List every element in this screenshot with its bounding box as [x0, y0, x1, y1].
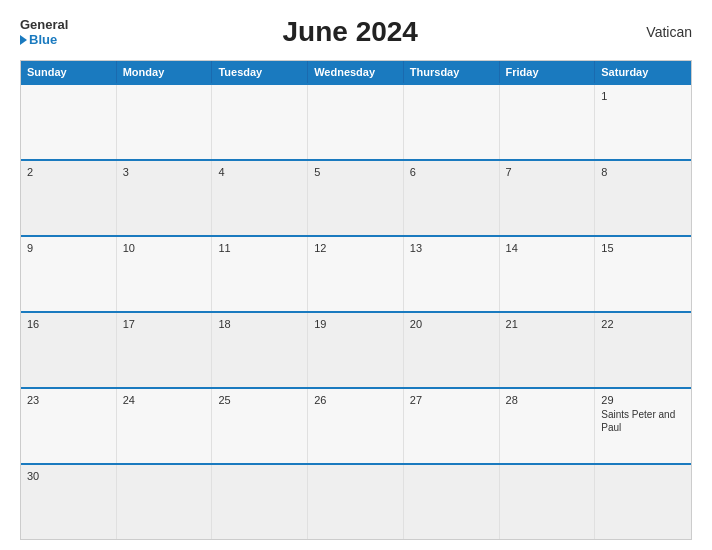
day-number: 18: [218, 318, 301, 330]
day-of-week-header: Monday: [117, 61, 213, 83]
calendar-day-cell: 24: [117, 389, 213, 463]
calendar-day-cell: 25: [212, 389, 308, 463]
day-number: 24: [123, 394, 206, 406]
calendar-day-cell: [404, 85, 500, 159]
calendar-week-row: 2345678: [21, 159, 691, 235]
day-number: 12: [314, 242, 397, 254]
calendar-day-cell: 11: [212, 237, 308, 311]
day-of-week-header: Tuesday: [212, 61, 308, 83]
country-name: Vatican: [632, 24, 692, 40]
calendar-day-cell: 1: [595, 85, 691, 159]
calendar-day-cell: 17: [117, 313, 213, 387]
calendar-week-row: 9101112131415: [21, 235, 691, 311]
calendar-day-cell: 16: [21, 313, 117, 387]
day-number: 5: [314, 166, 397, 178]
day-number: 7: [506, 166, 589, 178]
day-number: 3: [123, 166, 206, 178]
calendar-day-cell: 28: [500, 389, 596, 463]
calendar-day-cell: [21, 85, 117, 159]
calendar-body: 1234567891011121314151617181920212223242…: [21, 83, 691, 539]
calendar-day-cell: 22: [595, 313, 691, 387]
calendar-day-cell: 8: [595, 161, 691, 235]
logo: General Blue: [20, 17, 68, 47]
day-number: 25: [218, 394, 301, 406]
event-label: Saints Peter and Paul: [601, 409, 675, 433]
day-number: 9: [27, 242, 110, 254]
logo-triangle-icon: [20, 35, 27, 45]
calendar-day-cell: 29Saints Peter and Paul: [595, 389, 691, 463]
calendar-day-cell: 13: [404, 237, 500, 311]
calendar-day-cell: 14: [500, 237, 596, 311]
calendar-day-cell: 7: [500, 161, 596, 235]
calendar-day-cell: 26: [308, 389, 404, 463]
calendar-day-cell: [404, 465, 500, 539]
day-of-week-header: Sunday: [21, 61, 117, 83]
day-number: 22: [601, 318, 685, 330]
calendar-day-cell: 21: [500, 313, 596, 387]
calendar-day-cell: [117, 465, 213, 539]
calendar-header: SundayMondayTuesdayWednesdayThursdayFrid…: [21, 61, 691, 83]
day-number: 28: [506, 394, 589, 406]
day-number: 6: [410, 166, 493, 178]
day-of-week-header: Saturday: [595, 61, 691, 83]
calendar-day-cell: 20: [404, 313, 500, 387]
calendar-day-cell: 19: [308, 313, 404, 387]
day-number: 27: [410, 394, 493, 406]
calendar-day-cell: [595, 465, 691, 539]
calendar-week-row: 1: [21, 83, 691, 159]
calendar-day-cell: [308, 465, 404, 539]
day-number: 29: [601, 394, 685, 406]
day-number: 8: [601, 166, 685, 178]
day-number: 19: [314, 318, 397, 330]
calendar-page: General Blue June 2024 Vatican SundayMon…: [0, 0, 712, 550]
calendar-day-cell: [308, 85, 404, 159]
logo-blue-text: Blue: [20, 32, 57, 47]
calendar-day-cell: 23: [21, 389, 117, 463]
calendar-day-cell: 4: [212, 161, 308, 235]
calendar-week-row: 23242526272829Saints Peter and Paul: [21, 387, 691, 463]
calendar-day-cell: [500, 465, 596, 539]
day-number: 1: [601, 90, 685, 102]
calendar-day-cell: [117, 85, 213, 159]
calendar-day-cell: 3: [117, 161, 213, 235]
calendar-week-row: 16171819202122: [21, 311, 691, 387]
day-number: 14: [506, 242, 589, 254]
page-header: General Blue June 2024 Vatican: [20, 16, 692, 48]
day-number: 26: [314, 394, 397, 406]
calendar-day-cell: 2: [21, 161, 117, 235]
day-number: 17: [123, 318, 206, 330]
day-number: 4: [218, 166, 301, 178]
calendar-day-cell: 5: [308, 161, 404, 235]
calendar-day-cell: [500, 85, 596, 159]
calendar-day-cell: 27: [404, 389, 500, 463]
day-number: 20: [410, 318, 493, 330]
day-of-week-header: Wednesday: [308, 61, 404, 83]
calendar: SundayMondayTuesdayWednesdayThursdayFrid…: [20, 60, 692, 540]
day-number: 2: [27, 166, 110, 178]
calendar-day-cell: 9: [21, 237, 117, 311]
day-number: 11: [218, 242, 301, 254]
day-number: 23: [27, 394, 110, 406]
calendar-day-cell: 15: [595, 237, 691, 311]
day-number: 16: [27, 318, 110, 330]
logo-general-text: General: [20, 17, 68, 32]
calendar-day-cell: [212, 85, 308, 159]
day-number: 13: [410, 242, 493, 254]
calendar-week-row: 30: [21, 463, 691, 539]
day-of-week-header: Friday: [500, 61, 596, 83]
calendar-day-cell: 30: [21, 465, 117, 539]
calendar-day-cell: 6: [404, 161, 500, 235]
day-number: 21: [506, 318, 589, 330]
day-number: 15: [601, 242, 685, 254]
day-of-week-header: Thursday: [404, 61, 500, 83]
calendar-title: June 2024: [68, 16, 632, 48]
calendar-day-cell: 10: [117, 237, 213, 311]
day-number: 10: [123, 242, 206, 254]
day-number: 30: [27, 470, 110, 482]
calendar-day-cell: [212, 465, 308, 539]
calendar-day-cell: 18: [212, 313, 308, 387]
calendar-day-cell: 12: [308, 237, 404, 311]
